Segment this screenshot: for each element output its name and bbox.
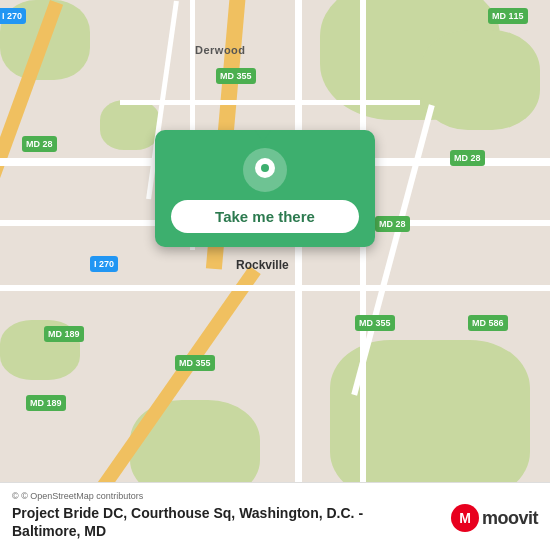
road-badge-md28-mid: MD 28: [375, 216, 410, 232]
road-badge-i270-mid: I 270: [90, 256, 118, 272]
svg-point-2: [261, 164, 269, 172]
moovit-text: moovit: [482, 508, 538, 529]
green-area: [100, 100, 160, 150]
road-badge-md189-bot: MD 189: [26, 395, 66, 411]
road-badge-md189-top: MD 189: [44, 326, 84, 342]
city-label-derwood: Derwood: [195, 44, 246, 56]
svg-text:M: M: [459, 510, 471, 526]
road-badge-md115: MD 115: [488, 8, 528, 24]
road-badge-md355-bot: MD 355: [175, 355, 215, 371]
popup-pointer: [255, 130, 271, 142]
green-area: [420, 30, 540, 130]
road-badge-md355-top: MD 355: [216, 68, 256, 84]
road: [0, 285, 550, 291]
moovit-icon: M: [451, 504, 479, 532]
map-container: Derwood Rockville I 270 MD 355 MD 115 MD…: [0, 0, 550, 550]
road-badge-md355-rb: MD 355: [355, 315, 395, 331]
copyright-symbol: ©: [12, 491, 19, 501]
road-badge-md28-right: MD 28: [450, 150, 485, 166]
popup-card: Take me there: [155, 130, 375, 247]
moovit-logo: M moovit: [451, 504, 538, 532]
road-badge-md28-left: MD 28: [22, 136, 57, 152]
take-me-there-button[interactable]: Take me there: [171, 200, 359, 233]
bottom-bar: © © OpenStreetMap contributors Project B…: [0, 482, 550, 550]
road: [360, 0, 366, 550]
road-badge-md586: MD 586: [468, 315, 508, 331]
road-badge-i270-top: I 270: [0, 8, 26, 24]
map-attribution: © © OpenStreetMap contributors: [12, 491, 538, 501]
map-pin-icon: [243, 148, 287, 192]
road: [120, 100, 420, 105]
city-label-rockville: Rockville: [236, 258, 289, 272]
road: [295, 0, 302, 550]
attribution-text: © OpenStreetMap contributors: [21, 491, 143, 501]
